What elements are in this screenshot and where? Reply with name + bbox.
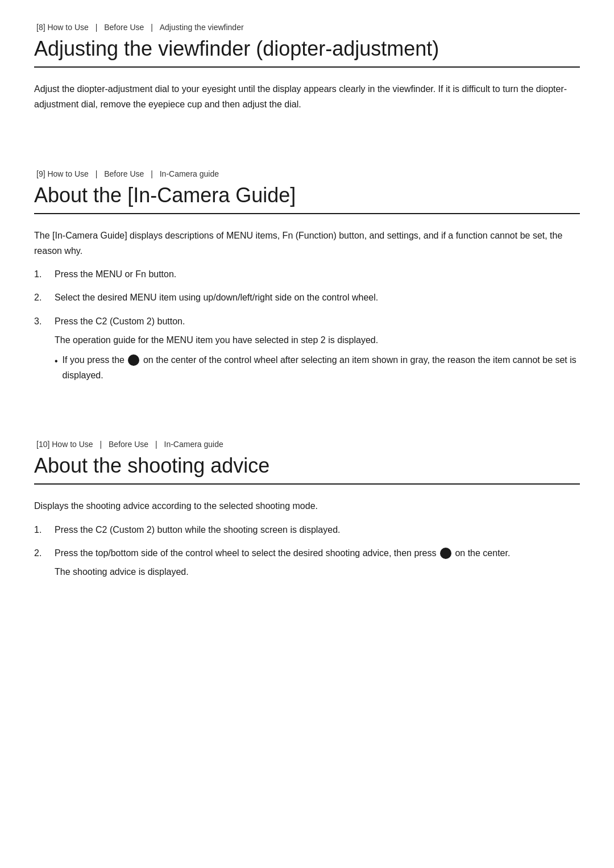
breadcrumb-separator-5: | [100, 440, 105, 449]
breadcrumb-8-part2: Before Use [104, 23, 144, 32]
list-item: 1. Press the MENU or Fn button. [34, 266, 580, 282]
section-10: [10] How to Use | Before Use | In-Camera… [34, 440, 580, 579]
section-8-title: Adjusting the viewfinder (diopter-adjust… [34, 36, 580, 61]
list-10-item-content-1: Press the C2 (Custom 2) button while the… [55, 522, 580, 537]
section-9: [9] How to Use | Before Use | In-Camera … [34, 169, 580, 440]
list-item-content-3: Press the C2 (Custom 2) button. The oper… [55, 314, 580, 383]
section-9-content: The [In-Camera Guide] displays descripti… [34, 228, 580, 383]
breadcrumb-separator-4: | [151, 169, 155, 178]
list-3-sub-note: The operation guide for the MENU item yo… [55, 332, 580, 383]
section-10-divider [34, 483, 580, 485]
section-9-divider [34, 213, 580, 214]
list-10-2-note-text: The shooting advice is displayed. [55, 567, 189, 577]
section-8-paragraph-1: Adjust the diopter-adjustment dial to yo… [34, 81, 580, 112]
list-3-main-text: Press the C2 (Custom 2) button. [55, 316, 185, 326]
list-item: 2. Press the top/bottom side of the cont… [34, 545, 580, 579]
breadcrumb-10-part1: [10] How to Use [36, 440, 93, 449]
section-8-content: Adjust the diopter-adjustment dial to yo… [34, 81, 580, 112]
breadcrumb-separator-1: | [96, 23, 100, 32]
section-10-paragraph-1: Displays the shooting advice according t… [34, 498, 580, 514]
section-9-title: About the [In-Camera Guide] [34, 183, 580, 207]
list-10-number-2: 2. [34, 545, 50, 561]
breadcrumb-8-part1: [8] How to Use [36, 23, 89, 32]
breadcrumb-10-part2: Before Use [109, 440, 148, 449]
section-10-title: About the shooting advice [34, 453, 580, 478]
list-number-3: 3. [34, 314, 50, 329]
breadcrumb-9-part1: [9] How to Use [36, 169, 89, 178]
list-number-1: 1. [34, 266, 50, 282]
breadcrumb-separator-6: | [155, 440, 160, 449]
bullet-text-1: If you press the on the center of the co… [63, 352, 580, 383]
breadcrumb-separator-3: | [96, 169, 100, 178]
section-8-gap [34, 135, 580, 169]
list-item: 2. Select the desired MENU item using up… [34, 290, 580, 305]
page-container: [8] How to Use | Before Use | Adjusting … [0, 0, 614, 625]
breadcrumb-10: [10] How to Use | Before Use | In-Camera… [34, 440, 580, 449]
bullet-dot: • [55, 353, 58, 369]
breadcrumb-9-part2: Before Use [104, 169, 144, 178]
list-item-content-2: Select the desired MENU item using up/do… [55, 290, 580, 305]
list-10-item-content-2: Press the top/bottom side of the control… [55, 545, 580, 579]
breadcrumb-10-part3: In-Camera guide [164, 440, 223, 449]
list-item: 3. Press the C2 (Custom 2) button. The o… [34, 314, 580, 383]
list-10-2-sub-note: The shooting advice is displayed. [55, 564, 580, 579]
breadcrumb-9: [9] How to Use | Before Use | In-Camera … [34, 169, 580, 178]
bullet-item-1: • If you press the on the center of the … [55, 352, 580, 383]
breadcrumb-8: [8] How to Use | Before Use | Adjusting … [34, 23, 580, 32]
list-item: 1. Press the C2 (Custom 2) button while … [34, 522, 580, 537]
list-10-number-1: 1. [34, 522, 50, 537]
section-8-divider [34, 66, 580, 68]
circle-icon-inline [128, 354, 139, 366]
section-9-gap [34, 406, 580, 440]
section-9-paragraph-1: The [In-Camera Guide] displays descripti… [34, 228, 580, 258]
section-10-list: 1. Press the C2 (Custom 2) button while … [34, 522, 580, 580]
list-item-content-1: Press the MENU or Fn button. [55, 266, 580, 282]
list-number-2: 2. [34, 290, 50, 305]
list-3-note-text: The operation guide for the MENU item yo… [55, 335, 378, 345]
circle-icon-inline-2 [440, 548, 451, 559]
section-9-list: 1. Press the MENU or Fn button. 2. Selec… [34, 266, 580, 383]
breadcrumb-separator-2: | [151, 23, 155, 32]
breadcrumb-9-part3: In-Camera guide [160, 169, 219, 178]
breadcrumb-8-part3: Adjusting the viewfinder [160, 23, 244, 32]
list-10-2-main-text: Press the top/bottom side of the control… [55, 548, 510, 558]
section-8: [8] How to Use | Before Use | Adjusting … [34, 23, 580, 169]
section-10-content: Displays the shooting advice according t… [34, 498, 580, 579]
